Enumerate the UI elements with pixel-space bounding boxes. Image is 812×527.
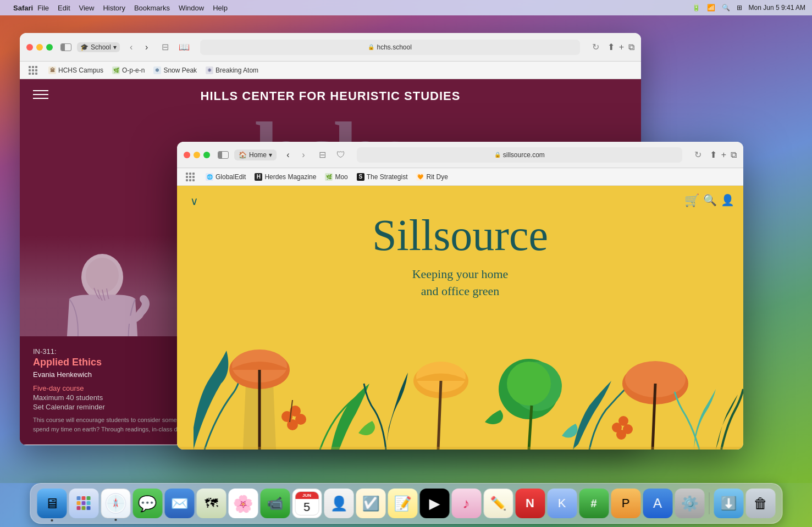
dock-app-finder[interactable]: 🖥 <box>37 489 67 518</box>
wifi-icon: 📶 <box>707 4 715 12</box>
apps-grid-icon-2[interactable] <box>186 173 195 181</box>
dock-dot-finder <box>51 519 53 522</box>
address-bar-1[interactable]: 🔒 hchs.school <box>200 40 580 55</box>
tab-group-school[interactable]: 🎓 School ▾ <box>77 42 120 52</box>
dock-app-reminders[interactable]: ☑️ <box>356 489 385 518</box>
bookmark-herdes[interactable]: H Herdes Magazine <box>255 173 316 181</box>
svg-point-8 <box>287 419 298 430</box>
new-tab-button-1[interactable]: + <box>619 42 624 52</box>
back-button-2[interactable]: ‹ <box>281 148 295 162</box>
sillsource-user-icon[interactable]: 👤 <box>721 193 734 207</box>
svg-rect-32 <box>81 506 85 510</box>
tab-school-icon: 🎓 <box>80 43 89 51</box>
sidebar-toggle-button[interactable] <box>59 42 73 52</box>
menu-help[interactable]: Help <box>213 4 228 12</box>
sillsource-search-icon[interactable]: 🔍 <box>703 193 717 207</box>
search-icon[interactable]: 🔍 <box>722 4 730 12</box>
lock-icon-1: 🔒 <box>368 44 374 50</box>
menubar: Safari File Edit View History Bookmarks … <box>0 0 812 15</box>
minimize-button-2[interactable] <box>194 152 200 158</box>
dock-app-photos[interactable]: 🌸 <box>228 489 258 518</box>
dock-app-keynote[interactable]: K <box>547 489 577 518</box>
dock-app-notes[interactable]: 📝 <box>388 489 417 518</box>
svg-point-1 <box>86 258 119 293</box>
dock-app-safari[interactable] <box>101 489 130 518</box>
dock: 🖥 💬 ✉️ 🗺 🌸 📹 JUN 5 👤 ☑️ <box>30 483 782 524</box>
refresh-button-2[interactable]: ↻ <box>691 148 705 162</box>
apps-grid-icon[interactable] <box>29 66 37 75</box>
fullscreen-button-2[interactable] <box>203 152 210 158</box>
safari-actions-2: ⬆ + ⧉ <box>710 149 737 160</box>
tab-overview-button[interactable]: ⊟ <box>315 148 329 162</box>
control-center-icon[interactable]: ⊞ <box>737 4 742 12</box>
safari-window-sillsource: 🏠 Home ▾ ‹ › ⊟ 🛡 🔒 sillsource.com ↻ ⬆ + … <box>177 142 743 450</box>
new-tab-button-2[interactable]: + <box>721 150 726 160</box>
forward-button-2[interactable]: › <box>296 148 311 162</box>
sidebar-icon <box>60 43 71 51</box>
menu-file[interactable]: File <box>37 4 49 12</box>
bookmark-rit-dye[interactable]: 🧡 Rit Dye <box>416 173 448 181</box>
menu-view[interactable]: View <box>79 4 95 12</box>
menu-bookmarks[interactable]: Bookmarks <box>134 4 170 12</box>
dock-app-contacts[interactable]: 👤 <box>324 489 353 518</box>
sillsource-nav-down[interactable]: ∨ <box>190 195 198 208</box>
bookmark-moo[interactable]: 🌿 Moo <box>325 173 347 181</box>
dock-app-trash[interactable]: 🗑 <box>745 489 775 518</box>
close-button-2[interactable] <box>184 152 190 158</box>
dock-app-maps[interactable]: 🗺 <box>196 489 226 518</box>
dock-app-appstore[interactable]: A <box>643 489 672 518</box>
dock-separator <box>709 492 709 514</box>
menubar-right: 🔋 📶 🔍 ⊞ Mon Jun 5 9:41 AM <box>692 4 805 12</box>
dock-app-numbers[interactable]: # <box>579 489 609 518</box>
bookmarks-bar-2: 🌐 GlobalEdit H Herdes Magazine 🌿 Moo S T… <box>177 168 743 186</box>
reader-button-1[interactable]: 📖 <box>177 40 191 54</box>
refresh-button-1[interactable]: ↻ <box>589 40 603 54</box>
svg-rect-24 <box>177 447 743 450</box>
dock-app-mail[interactable]: ✉️ <box>164 489 194 518</box>
bookmark-globaledit[interactable]: 🌐 GlobalEdit <box>206 173 246 181</box>
menu-history[interactable]: History <box>103 4 125 12</box>
dock-app-music[interactable]: ♪ <box>451 489 481 518</box>
menu-window[interactable]: Window <box>179 4 204 12</box>
dock-app-pages[interactable]: P <box>611 489 640 518</box>
share-button-1[interactable]: ⬆ <box>607 42 615 52</box>
menubar-items: File Edit View History Bookmarks Window … <box>37 4 228 12</box>
close-button[interactable] <box>26 44 33 51</box>
minimize-button[interactable] <box>36 44 43 51</box>
dock-app-messages[interactable]: 💬 <box>132 489 162 518</box>
back-button-1[interactable]: ‹ <box>124 40 139 54</box>
menu-edit[interactable]: Edit <box>58 4 70 12</box>
dock-app-tv[interactable]: ▶ <box>419 489 449 518</box>
safari-titlebar-1: 🎓 School ▾ ‹ › ⊟ 📖 🔒 hchs.school ↻ ⬆ + ⧉ <box>20 33 641 62</box>
home-tab-icon: 🏠 <box>239 151 247 159</box>
share-button-2[interactable]: ⬆ <box>710 149 717 160</box>
dock-app-airdrop[interactable]: ⬇️ <box>714 489 743 518</box>
forward-button-1[interactable]: › <box>140 40 154 54</box>
bookmark-snow-peak[interactable]: ❄ Snow Peak <box>153 66 197 74</box>
dock-dot-safari <box>114 519 117 521</box>
address-bar-2[interactable]: 🔒 sillsource.com <box>357 147 682 163</box>
bookmark-breaking-atom[interactable]: ⚛ Breaking Atom <box>206 66 258 74</box>
sillsource-title: Sillsource <box>177 186 743 257</box>
tabs-button-1[interactable]: ⧉ <box>628 42 634 52</box>
dock-app-launchpad[interactable] <box>69 489 98 518</box>
shields-button[interactable]: 🛡 <box>334 148 348 162</box>
tabs-button-2[interactable]: ⧉ <box>731 150 737 160</box>
bookmark-strategist[interactable]: S The Strategist <box>357 173 408 181</box>
bookmark-open[interactable]: 🌿 O-p-e-n <box>112 66 145 74</box>
dock-app-calendar[interactable]: JUN 5 <box>292 489 322 518</box>
url-display-2: sillsource.com <box>503 151 545 159</box>
dock-app-news[interactable]: N <box>515 489 545 518</box>
bookmark-hchs-campus[interactable]: 🏛 HCHS Campus <box>48 66 103 74</box>
sillsource-cart-icon[interactable]: 🛒 <box>684 193 699 208</box>
dock-app-system-settings[interactable]: ⚙️ <box>675 489 704 518</box>
app-name[interactable]: Safari <box>13 4 33 12</box>
home-tab[interactable]: 🏠 Home ▾ <box>234 149 277 160</box>
clock: Mon Jun 5 9:41 AM <box>749 4 805 12</box>
bookmarks-list-button[interactable]: ⊟ <box>158 40 173 54</box>
fullscreen-button[interactable] <box>46 44 53 51</box>
sidebar-toggle-button-2[interactable] <box>217 150 230 160</box>
dock-app-freeform[interactable]: ✏️ <box>483 489 513 518</box>
dock-app-facetime[interactable]: 📹 <box>260 489 290 518</box>
url-display-1: hchs.school <box>377 43 411 51</box>
